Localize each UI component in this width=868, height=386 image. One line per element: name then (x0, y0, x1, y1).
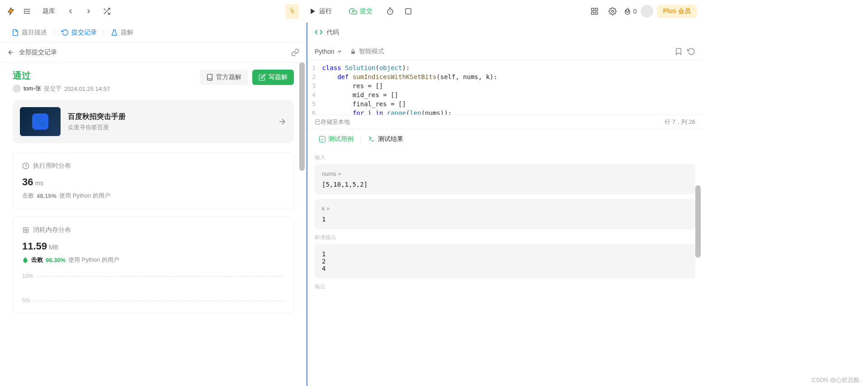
runtime-beat-pct: 48.15% (37, 193, 57, 199)
stdout-box: 1 2 4 (315, 244, 695, 278)
svg-rect-19 (595, 12, 597, 14)
smart-mode[interactable]: 智能模式 (350, 47, 384, 56)
run-label: 运行 (319, 7, 332, 15)
shuffle-icon[interactable] (99, 4, 114, 19)
bookmark-icon[interactable] (675, 47, 683, 56)
play-icon (309, 8, 316, 15)
user-avatar-small (13, 85, 21, 93)
code-title: 代码 (326, 28, 339, 37)
streak-count: 0 (633, 8, 637, 15)
streak[interactable]: 0 (623, 7, 637, 15)
runtime-card: 执行用时分布 36 ms 击败 48.15% 使用 Python 的用户 (13, 152, 294, 209)
all-submissions-label: 全部提交记录 (19, 48, 57, 56)
submit-button[interactable]: 提交 (342, 4, 379, 19)
promo-card[interactable]: 🐾 百度秋招突击手册 众里寻你签百度 (13, 100, 294, 143)
scrollbar-right[interactable] (695, 149, 701, 386)
apps-icon[interactable] (587, 4, 602, 19)
reset-icon[interactable] (687, 47, 695, 56)
svg-rect-18 (591, 12, 594, 14)
tab-description[interactable]: 题目描述 (7, 26, 52, 39)
fire-icon (623, 7, 632, 15)
svg-marker-11 (311, 9, 315, 14)
svg-rect-27 (351, 51, 355, 54)
language-selector[interactable]: Python (315, 48, 343, 55)
svg-rect-26 (25, 229, 27, 231)
watermark: CSDN @心软且酷、 (811, 376, 865, 384)
edit-icon (259, 74, 266, 81)
svg-point-6 (291, 9, 293, 12)
code-editor[interactable]: 123456 class Solution(object): def sumIn… (307, 61, 703, 115)
settings-icon[interactable] (605, 4, 620, 19)
promo-sub: 众里寻你签百度 (68, 123, 270, 132)
test-result-panel: 输入 nums = [5,10,1,5,2] k = 1 标准输出 1 2 4 … (307, 149, 703, 386)
promo-title: 百度秋招突击手册 (68, 112, 270, 122)
code-icon (315, 28, 323, 38)
submission-meta: tom-张 提交于 2024.01.25 14:57 (13, 85, 294, 93)
logo[interactable] (5, 6, 16, 17)
user-avatar[interactable] (641, 5, 653, 18)
chevron-down-icon (336, 48, 343, 55)
svg-rect-17 (595, 8, 597, 10)
submit-label: 提交 (360, 7, 373, 15)
runtime-value: 36 (22, 176, 33, 188)
top-toolbar: 题库 运行 提交 0 Plus 会员 (0, 0, 703, 23)
editor-status-bar: 已存储至本地 行 7，列 26 (307, 115, 703, 129)
doc-icon (12, 29, 19, 36)
line-gutter: 123456 (307, 63, 322, 112)
svg-line-9 (290, 8, 291, 9)
tab-test-result[interactable]: 测试结果 (363, 132, 408, 146)
problem-library-button[interactable]: 题库 (38, 5, 60, 17)
left-content: 通过 tom-张 提交于 2024.01.25 14:57 官方题解 写题解 (0, 62, 307, 386)
code-header: 代码 (307, 23, 703, 42)
promo-image: 🐾 (20, 107, 61, 136)
tab-solution[interactable]: 题解 (106, 26, 138, 39)
lock-icon (350, 48, 356, 55)
terminal-icon (368, 135, 375, 144)
run-button[interactable]: 运行 (302, 4, 339, 19)
book-icon (206, 74, 213, 81)
flask-icon (111, 29, 118, 36)
svg-rect-15 (406, 9, 411, 14)
official-solution-button[interactable]: 官方题解 (200, 70, 248, 85)
tab-submissions[interactable]: 提交记录 (57, 26, 101, 39)
scrollbar[interactable] (299, 62, 305, 386)
output-label: 输出 (315, 283, 695, 291)
write-solution-button[interactable]: 写题解 (252, 70, 294, 85)
input-nums: nums = [5,10,1,5,2] (315, 164, 695, 194)
library-label: 题库 (42, 7, 55, 15)
back-arrow-icon[interactable] (7, 49, 14, 56)
timer-icon[interactable] (383, 4, 397, 19)
stdout-label: 标准输出 (315, 234, 695, 241)
input-k: k = 1 (315, 199, 695, 229)
left-pane: 题目描述 | 提交记录 | 题解 全部提交记录 (0, 23, 307, 386)
prev-problem-icon[interactable] (63, 4, 78, 19)
cursor-position: 行 7，列 26 (665, 118, 695, 126)
check-icon: ✓ (319, 136, 326, 142)
svg-point-20 (611, 10, 613, 13)
history-icon (61, 29, 69, 36)
svg-line-10 (294, 12, 295, 13)
memory-value: 11.59 (22, 240, 47, 252)
input-label: 输入 (315, 154, 695, 161)
sub-header: 全部提交记录 (0, 42, 307, 62)
indent-icon[interactable] (20, 4, 34, 19)
plus-badge[interactable]: Plus 会员 (657, 5, 697, 18)
svg-rect-25 (24, 228, 28, 233)
cloud-upload-icon (349, 7, 357, 15)
username: tom-张 (24, 85, 41, 93)
next-problem-icon[interactable] (81, 4, 96, 19)
memory-card: 消耗内存分布 11.59 MB 击败 96.30% 使用 Python 的用户 … (13, 217, 294, 313)
left-tabs: 题目描述 | 提交记录 | 题解 (0, 23, 307, 42)
svg-line-5 (104, 9, 106, 10)
code-content: class Solution(object): def sumIndicesWi… (322, 63, 497, 112)
right-pane: 代码 Python 智能模式 (307, 23, 703, 386)
debug-button[interactable] (285, 4, 299, 19)
note-icon[interactable] (401, 4, 415, 19)
language-bar: Python 智能模式 (307, 42, 703, 61)
lower-tabs: ✓ 测试用例 | 测试结果 (307, 129, 703, 149)
save-status: 已存储至本地 (315, 118, 350, 126)
clock-icon (22, 162, 29, 169)
tab-testcases[interactable]: ✓ 测试用例 (315, 132, 358, 146)
svg-rect-16 (591, 8, 594, 10)
link-icon[interactable] (291, 48, 299, 56)
